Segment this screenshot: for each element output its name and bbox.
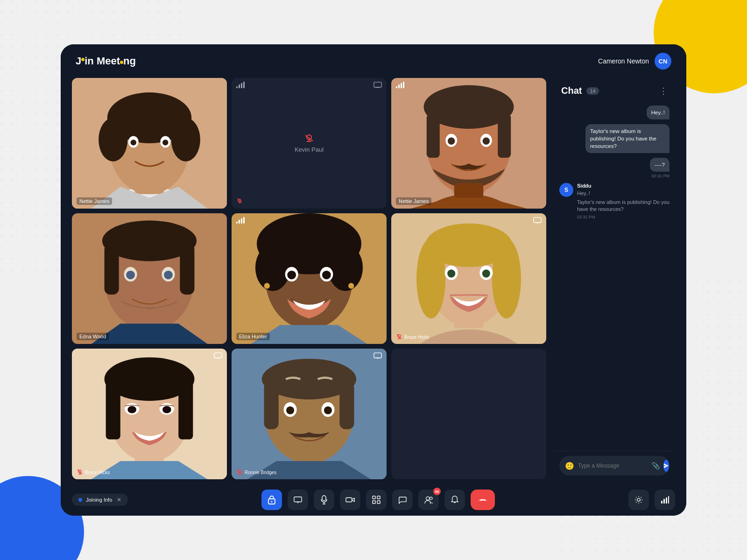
attach-icon[interactable]: 📎 xyxy=(652,462,660,469)
video-cell-4[interactable]: Edna Wood xyxy=(72,213,227,344)
mute-icon-7 xyxy=(77,469,83,476)
name-label-4: Edna Wood xyxy=(77,333,109,340)
chat-panel: Chat 14 ⋮ Hey..! Taylor's new album is p… xyxy=(554,78,675,484)
svg-point-38 xyxy=(483,138,490,145)
participant-face-6 xyxy=(391,213,546,344)
svg-rect-118 xyxy=(339,382,354,429)
participant-face-8 xyxy=(232,349,387,479)
toolbar-left: Joining Info ✕ xyxy=(72,494,128,506)
name-label-8: Ronnie Bridges xyxy=(245,470,276,475)
video-cell-8[interactable]: Ronnie Bridges xyxy=(232,349,387,479)
video-cell-2[interactable]: Kevin Paul xyxy=(232,78,387,209)
svg-point-102 xyxy=(127,406,136,413)
people-icon xyxy=(424,496,433,504)
svg-point-54 xyxy=(164,271,173,280)
user-name: Cameron Newton xyxy=(598,57,649,65)
mic-icon xyxy=(321,495,327,504)
svg-point-65 xyxy=(287,271,296,280)
svg-rect-141 xyxy=(373,501,375,504)
svg-point-131 xyxy=(271,501,273,503)
participant-face-7 xyxy=(72,349,227,479)
video-cell-6[interactable]: Bruce Hicks xyxy=(391,213,546,344)
svg-rect-43 xyxy=(403,82,404,88)
svg-point-9 xyxy=(171,118,200,161)
svg-rect-39 xyxy=(454,183,483,198)
send-button[interactable] xyxy=(663,460,669,472)
screen-icon-6 xyxy=(533,217,542,225)
svg-rect-18 xyxy=(374,82,381,87)
video-section: Nettie James xyxy=(72,78,546,484)
bell-button[interactable] xyxy=(444,490,465,510)
user-avatar[interactable]: CN xyxy=(655,53,671,70)
name-label-7: Bruce Hicks xyxy=(85,470,110,475)
screen-share-button[interactable] xyxy=(288,490,308,510)
svg-point-53 xyxy=(126,271,135,280)
toolbar: Joining Info ✕ xyxy=(61,484,686,516)
camera-icon xyxy=(345,496,355,504)
my-message-3: ----? 02:31 PM xyxy=(559,158,669,178)
name-label-1: Nettie James xyxy=(77,197,112,205)
lock-button[interactable] xyxy=(261,490,282,510)
svg-rect-41 xyxy=(398,84,400,88)
svg-point-67 xyxy=(264,283,270,288)
logo: Jin Meetng xyxy=(76,55,136,67)
emoji-icon[interactable]: 🙂 xyxy=(565,462,574,470)
chat-input-area: 🙂 📎 xyxy=(554,451,675,480)
chat-title-group: Chat 14 xyxy=(561,85,599,96)
svg-point-83 xyxy=(447,270,455,278)
siddu-body: Siddu Hey..! Taylor's new album is publi… xyxy=(577,183,669,219)
video-cell-3[interactable]: Nettie James xyxy=(391,78,546,209)
video-cell-7[interactable]: Bruce Hicks xyxy=(72,349,227,479)
svg-point-8 xyxy=(99,118,127,161)
joining-dot xyxy=(78,498,82,502)
end-call-icon xyxy=(478,497,488,503)
svg-rect-69 xyxy=(236,222,238,224)
joining-close-icon[interactable]: ✕ xyxy=(117,497,121,503)
grid-button[interactable] xyxy=(366,490,387,510)
grid-icon xyxy=(372,496,381,504)
people-badge: 06 xyxy=(433,488,441,495)
svg-point-66 xyxy=(322,271,331,280)
svg-point-79 xyxy=(416,238,445,318)
user-info: Cameron Newton CN xyxy=(598,53,671,70)
svg-rect-149 xyxy=(668,496,669,504)
siddu-text-2: Taylor's new album is publishing! Do you… xyxy=(577,199,669,213)
svg-point-122 xyxy=(324,406,332,414)
toolbar-right xyxy=(628,490,675,510)
mic-button[interactable] xyxy=(314,490,334,510)
settings-button[interactable] xyxy=(628,490,649,510)
signal-icon-5 xyxy=(236,217,245,225)
svg-rect-146 xyxy=(661,501,662,504)
svg-rect-99 xyxy=(178,381,193,439)
svg-point-12 xyxy=(131,140,136,145)
camera-button[interactable] xyxy=(340,490,360,510)
people-button[interactable]: 06 xyxy=(418,490,439,510)
svg-rect-16 xyxy=(241,83,242,88)
mute-row-2 xyxy=(236,198,243,205)
muted-icon-2 xyxy=(303,134,315,142)
chat-menu-icon[interactable]: ⋮ xyxy=(659,86,668,96)
video-cell-1[interactable]: Nettie James xyxy=(72,78,227,209)
svg-rect-42 xyxy=(401,83,402,88)
svg-rect-40 xyxy=(396,86,397,88)
svg-rect-139 xyxy=(373,496,375,499)
bell-icon xyxy=(451,496,458,504)
chat-button[interactable] xyxy=(392,490,413,510)
svg-point-103 xyxy=(162,406,171,413)
participant-face-3 xyxy=(391,78,546,209)
screen-icon-2 xyxy=(374,82,382,90)
svg-rect-50 xyxy=(180,244,194,294)
joining-info-pill[interactable]: Joining Info ✕ xyxy=(72,494,128,506)
end-call-button[interactable] xyxy=(471,490,495,510)
svg-rect-140 xyxy=(377,496,380,499)
settings-icon xyxy=(634,496,643,504)
participant-face-5 xyxy=(232,213,387,344)
stats-button[interactable] xyxy=(655,490,675,510)
svg-point-61 xyxy=(255,245,290,291)
mute-row-6: Bruce Hicks xyxy=(396,334,429,340)
signal-icon-2 xyxy=(236,82,245,90)
svg-rect-117 xyxy=(264,382,279,429)
svg-point-143 xyxy=(426,497,430,500)
chat-input[interactable] xyxy=(578,462,648,469)
video-cell-5[interactable]: Eliza Hunter xyxy=(232,213,387,344)
